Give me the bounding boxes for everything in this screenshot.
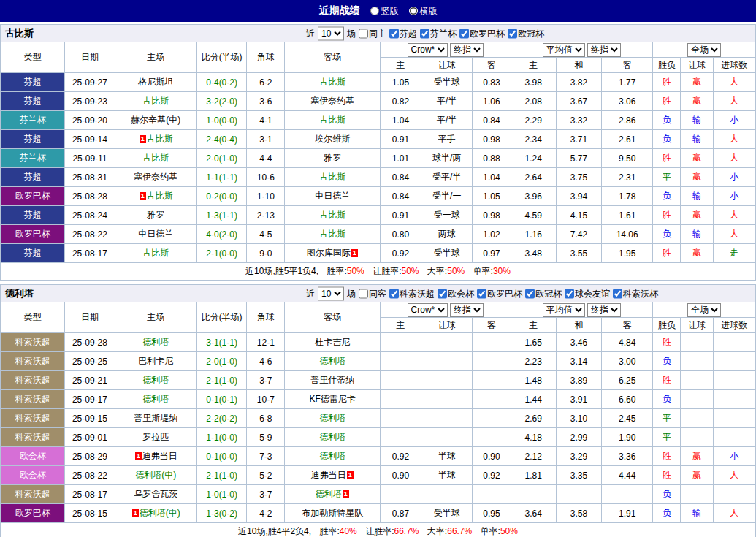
same-venue-filter[interactable]: 同主 <box>359 27 386 39</box>
same-venue-checkbox[interactable] <box>359 28 368 38</box>
avg-stage-select[interactable]: 终指 <box>587 303 621 317</box>
fulltime-select[interactable]: 全场 <box>687 303 721 317</box>
subheader-wdl: 胜负 <box>653 318 681 333</box>
handicap-cell: 平手 <box>421 130 473 149</box>
league-checkbox[interactable] <box>389 28 399 38</box>
same-venue-filter[interactable]: 同客 <box>359 287 386 300</box>
wdl-result-cell: 胜 <box>653 466 681 485</box>
goals-result-cell: 大 <box>713 73 755 92</box>
horizontal-layout-radio[interactable] <box>409 7 418 15</box>
handicap-cell: 平/半 <box>421 92 473 111</box>
avg-away-odds-cell: 1.91 <box>602 504 653 523</box>
date-cell: 25-09-11 <box>65 149 115 168</box>
handicap-result-cell: 赢 <box>681 447 713 466</box>
score-cell: 2-1(1-0) <box>197 466 247 485</box>
date-cell: 25-09-14 <box>65 130 115 149</box>
col-header-score: 比分(半场) <box>197 42 247 73</box>
league-cell: 科索沃超 <box>1 409 65 428</box>
league-filter[interactable]: 欧罗巴杯 <box>477 287 522 300</box>
avg-draw-odds-cell: 3.35 <box>556 466 601 485</box>
league-cell: 科索沃超 <box>1 371 65 390</box>
goals-result-cell <box>713 409 755 428</box>
recent-count-select[interactable]: 10 <box>318 286 344 300</box>
league-cell: 欧会杯 <box>1 466 65 485</box>
goals-result-cell <box>713 428 755 447</box>
match-row: 芬超25-09-141古比斯2-4(0-4)3-1埃尔维斯0.91平手0.982… <box>1 130 756 149</box>
wdl-result-cell: 胜 <box>653 149 681 168</box>
league-cell: 欧会杯 <box>1 447 65 466</box>
vertical-layout-radio[interactable] <box>370 7 379 15</box>
date-cell: 25-08-22 <box>65 466 115 485</box>
away-team-cell: 德利塔 <box>285 428 380 447</box>
away-team-cell: 雅罗 <box>285 149 380 168</box>
layout-option-vertical[interactable]: 竖版 <box>370 5 399 18</box>
league-checkbox[interactable] <box>525 289 535 298</box>
league-filter[interactable]: 芬兰杯 <box>420 27 457 39</box>
home-odds-cell: 0.80 <box>380 225 421 244</box>
avg-home-odds-cell: 4.59 <box>511 206 556 225</box>
layout-option-horizontal[interactable]: 横版 <box>409 5 438 18</box>
league-checkbox[interactable] <box>389 289 399 298</box>
fulltime-select[interactable]: 全场 <box>687 43 721 57</box>
league-filter[interactable]: 科索沃超 <box>389 287 435 300</box>
league-filter[interactable]: 科索沃杯 <box>613 287 658 300</box>
corners-cell: 4-5 <box>247 225 285 244</box>
avg-away-odds-cell: 1.95 <box>602 244 653 263</box>
goals-result-cell: 大 <box>713 149 755 168</box>
league-cell: 芬超 <box>1 73 65 92</box>
goals-result-cell: 大 <box>713 206 755 225</box>
away-odds-cell: 0.95 <box>473 504 511 523</box>
home-team-cell: 1古比斯 <box>115 130 196 149</box>
date-cell: 25-09-20 <box>65 111 115 130</box>
league-cell: 科索沃超 <box>1 485 65 504</box>
league-checkbox[interactable] <box>477 289 486 298</box>
league-filter[interactable]: 芬超 <box>389 27 417 39</box>
recent-count-select[interactable]: 10 <box>318 26 344 40</box>
bookmaker-select[interactable]: Crow* <box>408 303 448 317</box>
home-odds-cell: 1.04 <box>380 111 421 130</box>
league-filter[interactable]: 欧罗巴杯 <box>459 27 505 39</box>
avg-stage-select[interactable]: 终指 <box>587 43 621 57</box>
average-select[interactable]: 平均值 <box>543 303 585 317</box>
league-cell: 欧罗巴杯 <box>1 504 65 523</box>
league-filter[interactable]: 欧会杯 <box>438 287 474 300</box>
col-header-type: 类型 <box>1 42 65 73</box>
league-checkbox[interactable] <box>613 289 622 298</box>
summary-value: 66.7% <box>394 526 419 536</box>
league-cell: 科索沃超 <box>1 428 65 447</box>
league-filter[interactable]: 欧冠杯 <box>508 27 544 39</box>
home-odds-cell <box>380 428 421 447</box>
date-cell: 25-08-17 <box>65 485 115 504</box>
team-label: 古比斯 <box>142 153 169 163</box>
home-team-cell: 1德利塔(中) <box>115 504 196 523</box>
away-team-cell: 古比斯 <box>285 73 380 92</box>
average-select[interactable]: 平均值 <box>543 43 585 57</box>
league-filter[interactable]: 球会友谊 <box>565 287 610 300</box>
avg-home-odds-cell: 4.18 <box>511 428 556 447</box>
subheader-avg-draw: 和 <box>556 58 601 73</box>
league-filter[interactable]: 欧冠杯 <box>525 287 562 300</box>
score-cell: 0-2(0-0) <box>197 187 247 206</box>
match-row: 芬兰杯25-09-11古比斯2-0(1-0)4-4雅罗1.01球半/两0.881… <box>1 149 756 168</box>
date-cell: 25-09-17 <box>65 390 115 409</box>
league-checkbox[interactable] <box>565 289 574 298</box>
league-cell: 芬兰杯 <box>1 149 65 168</box>
handicap-cell: 平/半 <box>421 111 473 130</box>
team-label: 德利塔 <box>142 394 169 404</box>
col-header-date: 日期 <box>65 42 115 73</box>
league-checkbox[interactable] <box>508 28 517 38</box>
away-team-cell: 古比斯 <box>285 168 380 187</box>
page-title: 近期战绩 <box>319 4 360 18</box>
odds-stage-select[interactable]: 终指 <box>450 43 484 57</box>
odds-stage-select[interactable]: 终指 <box>450 303 484 317</box>
subheader-wdl: 胜负 <box>653 58 681 73</box>
same-venue-checkbox[interactable] <box>359 289 368 298</box>
away-odds-cell: 0.92 <box>473 466 511 485</box>
match-row: 芬超25-09-23古比斯3-2(2-0)3-6塞伊奈约基0.82平/半1.06… <box>1 92 756 111</box>
league-checkbox[interactable] <box>420 28 429 38</box>
league-checkbox[interactable] <box>459 28 469 38</box>
date-cell: 25-09-27 <box>65 73 115 92</box>
league-cell: 芬超 <box>1 168 65 187</box>
bookmaker-select[interactable]: Crow* <box>408 43 448 57</box>
league-checkbox[interactable] <box>438 289 447 298</box>
